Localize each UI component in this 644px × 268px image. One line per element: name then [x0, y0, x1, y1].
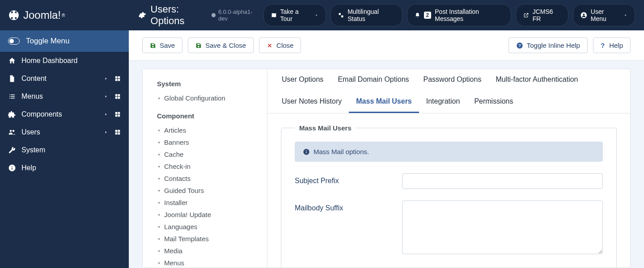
chevron-right-icon — [157, 212, 161, 218]
question-circle-icon: ? — [516, 42, 523, 49]
wrench-icon — [8, 146, 16, 154]
save-icon — [195, 42, 202, 49]
chevron-right-icon — [157, 176, 161, 182]
subject-prefix-label: Subject Prefix — [295, 173, 402, 185]
chevron-right-icon — [157, 139, 161, 146]
tree-item-global-configuration[interactable]: Global Configuration — [157, 92, 267, 104]
tab-password-options[interactable]: Password Options — [416, 69, 489, 91]
subject-prefix-row: Subject Prefix — [295, 173, 603, 189]
tree-item-label: Global Configuration — [164, 94, 225, 102]
tree-item-mail-templates[interactable]: Mail Templates — [157, 233, 267, 245]
tree-item-check-in[interactable]: Check-in — [157, 160, 267, 172]
subject-prefix-input[interactable] — [402, 173, 603, 189]
config-tree: System Global Configuration Component Ar… — [142, 69, 267, 268]
tree-heading-component: Component — [157, 112, 267, 120]
tree-item-articles[interactable]: Articles — [157, 124, 267, 136]
notifications-button[interactable]: 2 Post Installation Messages — [407, 4, 511, 26]
save-close-button[interactable]: Save & Close — [188, 38, 254, 53]
tree-item-cache[interactable]: Cache — [157, 148, 267, 160]
grid-icon — [114, 75, 121, 82]
content-panel: User OptionsEmail Domain OptionsPassword… — [267, 69, 631, 268]
help-button[interactable]: ? Help — [593, 38, 631, 53]
chevron-right-icon — [157, 224, 161, 230]
info-icon — [303, 148, 310, 155]
svg-point-25 — [306, 150, 307, 151]
joomla-icon — [8, 9, 20, 21]
user-icon — [580, 12, 587, 19]
svg-rect-9 — [118, 97, 120, 99]
svg-rect-5 — [118, 79, 120, 81]
tree-item-media[interactable]: Media — [157, 245, 267, 257]
content-area: System Global Configuration Component Ar… — [129, 61, 644, 268]
svg-text:?: ? — [518, 43, 521, 48]
toggle-inline-help-button[interactable]: ? Toggle Inline Help — [508, 38, 588, 53]
chevron-right-icon — [157, 127, 161, 134]
tab-multi-factor-authentication[interactable]: Multi-factor Authentication — [488, 69, 585, 91]
svg-rect-13 — [118, 115, 120, 117]
tab-user-options[interactable]: User Options — [275, 69, 330, 91]
save-button[interactable]: Save — [142, 38, 182, 53]
chevron-right-icon — [157, 248, 161, 254]
sidebar-item-users[interactable]: Users — [0, 123, 129, 141]
svg-rect-15 — [118, 130, 120, 132]
list-icon — [8, 92, 16, 100]
svg-rect-14 — [115, 130, 118, 132]
external-link-button[interactable]: JCMS6 FR — [516, 4, 568, 26]
tree-item-joomla-update[interactable]: Joomla! Update — [157, 209, 267, 221]
tree-item-label: Installer — [164, 199, 188, 206]
svg-rect-2 — [115, 76, 118, 79]
sidebar-item-home-dashboard[interactable]: Home Dashboard — [0, 52, 129, 70]
translate-icon — [338, 12, 344, 18]
svg-rect-17 — [118, 133, 120, 135]
sidebar: Joomla!® Toggle Menu Home Dashboard Cont… — [0, 0, 129, 268]
tab-permissions[interactable]: Permissions — [467, 91, 520, 113]
save-icon — [150, 42, 156, 49]
sidebar-item-label: Users — [21, 128, 104, 136]
svg-point-20 — [583, 13, 585, 15]
sidebar-item-label: System — [21, 146, 121, 154]
tree-item-contacts[interactable]: Contacts — [157, 172, 267, 184]
take-tour-button[interactable]: Take a Tour — [263, 4, 326, 26]
sidebar-item-system[interactable]: System — [0, 141, 129, 159]
version-badge: 6.0.0-alpha1-dev — [211, 8, 259, 22]
svg-rect-6 — [115, 94, 118, 96]
tree-heading-system: System — [157, 80, 267, 88]
tab-integration[interactable]: Integration — [419, 91, 467, 113]
page-title-text: Users: Options — [151, 4, 211, 27]
page-title: Users: Options — [138, 4, 211, 27]
sidebar-item-label: Components — [21, 110, 104, 118]
tree-item-languages[interactable]: Languages — [157, 221, 267, 233]
sidebar-item-menus[interactable]: Menus — [0, 88, 129, 105]
sidebar-item-components[interactable]: Components — [0, 105, 129, 123]
chevron-down-icon — [314, 13, 318, 17]
tree-item-menus[interactable]: Menus — [157, 257, 267, 268]
map-icon — [271, 12, 277, 18]
grid-icon — [114, 93, 121, 100]
notifications-count: 2 — [424, 12, 432, 19]
users-icon — [8, 128, 16, 136]
mailbody-suffix-textarea[interactable] — [402, 201, 603, 254]
sidebar-item-help[interactable]: Help — [0, 159, 129, 177]
chevron-right-icon — [104, 111, 108, 117]
tabs: User OptionsEmail Domain OptionsPassword… — [267, 69, 630, 113]
svg-rect-4 — [115, 79, 118, 81]
toggle-menu-button[interactable]: Toggle Menu — [0, 30, 129, 52]
info-alert: Mass Mail options. — [295, 142, 603, 162]
close-button[interactable]: Close — [259, 38, 301, 53]
tree-item-label: Cache — [164, 151, 183, 158]
logo[interactable]: Joomla!® — [0, 0, 129, 30]
sidebar-item-content[interactable]: Content — [0, 70, 129, 88]
file-icon — [8, 75, 16, 83]
user-menu-button[interactable]: User Menu — [573, 4, 635, 26]
svg-rect-10 — [115, 112, 118, 114]
chevron-right-icon — [157, 151, 161, 158]
tab-email-domain-options[interactable]: Email Domain Options — [330, 69, 416, 91]
tree-item-guided-tours[interactable]: Guided Tours — [157, 184, 267, 197]
tab-mass-mail-users[interactable]: Mass Mail Users — [349, 91, 419, 113]
tab-user-notes-history[interactable]: User Notes History — [275, 91, 349, 113]
tree-item-installer[interactable]: Installer — [157, 197, 267, 209]
multilingual-status-button[interactable]: Multilingual Status — [330, 4, 402, 26]
sidebar-item-label: Content — [21, 75, 104, 83]
mailbody-suffix-row: Mailbody Suffix — [295, 201, 603, 254]
tree-item-banners[interactable]: Banners — [157, 136, 267, 148]
